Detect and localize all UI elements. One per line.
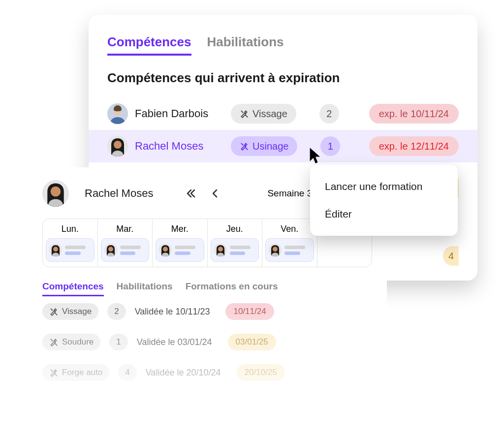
avatar	[159, 244, 172, 256]
menu-item-edit[interactable]: Éditer	[310, 200, 458, 228]
day-column: Mar.	[98, 219, 153, 267]
day-column: Mer.	[153, 219, 208, 267]
menu-item-launch-training[interactable]: Lancer une formation	[310, 173, 458, 200]
avatar	[49, 244, 62, 256]
week-nav	[182, 184, 224, 203]
shift-cell[interactable]	[46, 238, 94, 262]
tab-habilitations[interactable]: Habilitations	[207, 34, 284, 56]
prev-fast-button[interactable]	[182, 184, 200, 203]
day-label: Ven.	[265, 224, 314, 234]
front-tabs: Compétences Habilitations Formations en …	[42, 281, 372, 296]
validated-label: Validée le 03/01/24	[137, 337, 212, 347]
tab-competences[interactable]: Compétences	[107, 34, 191, 56]
avatar	[214, 244, 227, 256]
avatar	[104, 244, 117, 256]
person-name: Rachel Moses	[135, 140, 231, 153]
expiry-badge: 20/10/25	[237, 364, 285, 381]
person-name: Fabien Darbois	[135, 107, 231, 120]
tools-icon	[49, 368, 58, 377]
tab-competences[interactable]: Compétences	[42, 281, 104, 296]
shift-cell[interactable]	[265, 238, 314, 262]
expiry-badge: exp. le 10/11/24	[369, 104, 459, 124]
validated-label: Validée le 10/11/23	[135, 307, 210, 317]
skill-chip: Vissage	[231, 104, 296, 124]
hidden-row-hint: 4	[443, 246, 459, 266]
skill-chip: Vissage	[42, 303, 98, 320]
tools-icon	[240, 142, 249, 151]
shift-cell[interactable]	[101, 238, 150, 262]
day-label: Lun.	[46, 224, 94, 234]
avatar	[107, 136, 128, 157]
count-chip: 4	[118, 364, 136, 381]
tools-icon	[240, 109, 249, 118]
skill-row: Vissage 2 Validée le 10/11/23 10/11/24	[42, 296, 372, 327]
tools-icon	[49, 338, 58, 346]
context-menu: Lancer une formation Éditer	[310, 165, 458, 236]
validated-label: Validée le 20/10/24	[146, 368, 221, 378]
table-row[interactable]: Fabien Darbois Vissage 2 exp. le 10/11/2…	[89, 97, 477, 130]
tab-formations[interactable]: Formations en cours	[186, 281, 278, 296]
tools-icon	[49, 307, 58, 316]
section-title: Compétences qui arrivent à expiration	[107, 70, 459, 86]
count-chip: 2	[107, 303, 126, 320]
day-column: Ven.	[262, 219, 317, 267]
day-label: Mar.	[101, 224, 150, 234]
count-chip: 1	[109, 334, 127, 350]
skill-chip: Soudure	[42, 334, 100, 350]
day-label: Mer.	[156, 224, 204, 234]
skill-row: Forge auto 4 Validée le 20/10/24 20/10/2…	[42, 357, 372, 388]
day-label: Jeu.	[211, 224, 259, 234]
skill-label: Usinage	[252, 141, 288, 152]
prev-button[interactable]	[205, 184, 224, 203]
avatar	[42, 180, 69, 207]
table-row[interactable]: Rachel Moses Usinage 1 exp. le 12/11/24	[89, 130, 477, 162]
expiry-badge: exp. le 12/11/24	[369, 136, 459, 156]
expiry-badge: 03/01/25	[228, 334, 276, 350]
skill-chip: Forge auto	[42, 364, 109, 381]
day-column: Lun.	[43, 219, 98, 267]
tab-habilitations[interactable]: Habilitations	[117, 281, 173, 296]
day-column: Jeu.	[208, 219, 263, 267]
chevron-double-left-icon	[186, 189, 196, 198]
avatar	[107, 103, 128, 124]
skill-label: Vissage	[252, 108, 287, 120]
chevron-left-icon	[211, 189, 219, 198]
avatar	[269, 244, 282, 256]
person-name: Rachel Moses	[85, 187, 153, 200]
back-tabs: Compétences Habilitations	[107, 34, 459, 56]
skill-row: Soudure 1 Validée le 03/01/24 03/01/25	[42, 327, 372, 357]
shift-cell[interactable]	[211, 238, 259, 262]
expiry-badge: 10/11/24	[225, 303, 274, 320]
cursor-icon	[307, 147, 324, 165]
shift-cell[interactable]	[156, 238, 204, 262]
count-chip: 2	[319, 104, 339, 124]
skill-chip: Usinage	[231, 136, 297, 156]
